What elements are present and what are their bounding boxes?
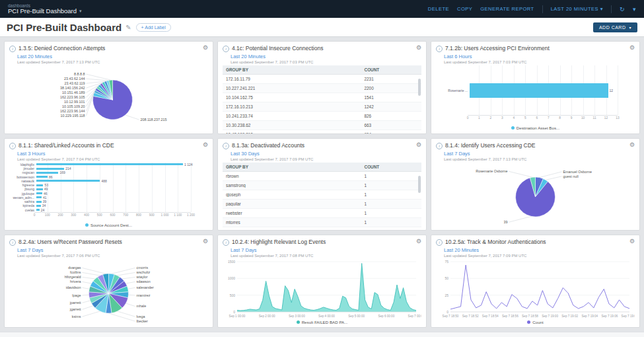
svg-text:hrivera: hrivera [70,280,81,284]
info-icon[interactable]: i [9,143,16,149]
bar[interactable] [36,176,48,178]
time-range-link[interactable]: Last 6 Hours [444,54,635,59]
svg-text:Sep 7 19:02: Sep 7 19:02 [561,315,578,318]
gear-icon[interactable]: ⚙ [629,239,635,244]
svg-text:jparrett: jparrett [69,301,81,305]
info-icon[interactable]: i [9,239,16,246]
chevron-down-icon[interactable]: ▾ [79,9,82,14]
info-icon[interactable]: i [9,46,16,52]
card-title: 7.1.2b: Users Accessing PCI Environment [445,45,550,52]
bar[interactable] [36,192,42,194]
time-range-link[interactable]: Last 30 Days [231,151,421,157]
gear-icon[interactable]: ⚙ [203,239,208,244]
divider [542,5,543,13]
chart-legend[interactable]: Result FAILED BAD PA... [223,318,421,325]
last-updated-text: Last updated September 7, 2017 7:09 PM U… [231,157,421,161]
bar[interactable] [36,163,183,165]
delete-button[interactable]: DELETE [428,6,449,12]
info-icon[interactable]: i [223,46,229,52]
pie-chart[interactable]: dvargasfcollinshfitzgeraldhriveraidavids… [9,259,208,325]
pie-chart[interactable]: 8.8.8.823.43.62.14423.43.62.11938.140.15… [9,65,208,131]
svg-text:Sep 7 19:04: Sep 7 19:04 [581,315,598,318]
last-updated-text: Last updated September 7, 2017 7:13 PM U… [17,60,208,64]
bar-chart[interactable]: Rosemarie ...12012345678910111213Destina… [436,65,635,131]
svg-text:hfitzgerald: hfitzgerald [65,276,81,280]
edit-title-icon[interactable]: ✎ [125,24,131,31]
gear-icon[interactable]: ⚙ [203,142,208,148]
area-chart[interactable]: 050010001500Sep 1 00:00Sep 2 00:00Sep 3 … [223,259,421,325]
last-updated-text: Last updated September 7, 2017 7:03 PM U… [231,60,421,64]
chart-legend[interactable]: Count [436,318,635,325]
svg-text:guest null: guest null [563,174,579,178]
gear-icon[interactable]: ⚙ [203,45,208,51]
scrollbar[interactable] [418,79,421,96]
results-table[interactable]: GROUP BYCOUNT172.16.11.79223110.227.241.… [223,65,421,131]
svg-text:23.43.62.119: 23.43.62.119 [64,81,85,85]
bar[interactable] [36,188,43,190]
dashboard-title-row[interactable]: PCI Pre-Built Dashboard ▾ [8,8,82,15]
svg-text:Sep 7 19:00: Sep 7 19:00 [542,315,558,318]
bar[interactable] [36,201,42,203]
divider [611,5,612,13]
scrollbar[interactable] [418,176,421,193]
svg-text:idavidson: idavidson [66,285,81,289]
bar[interactable] [36,196,42,198]
info-icon[interactable]: i [436,143,443,149]
gear-icon[interactable]: ⚙ [629,45,635,51]
time-range-link[interactable]: Last 7 Days [17,247,208,253]
gear-icon[interactable]: ⚙ [416,239,421,244]
gear-icon[interactable]: ⚙ [416,45,421,51]
info-icon[interactable]: i [223,143,229,149]
time-range-selector[interactable]: LAST 20 MINUTES ▾ [551,6,603,12]
pie-chart[interactable]: Rosemarie Osborne39Emanuel Osborneguest … [436,163,635,229]
chevron-down-icon[interactable]: ▾ [633,6,636,13]
bar[interactable] [470,83,608,98]
time-range-link[interactable]: Last 20 Minutes [17,54,208,59]
table-row: mtorres1 [223,218,421,227]
chart-legend[interactable]: Source Account Dest... [9,221,208,228]
svg-text:10.105.109.20: 10.105.109.20 [62,104,85,108]
bar[interactable] [36,172,58,174]
card-title: 10.2.5a: Track & Monitor Authentications [445,239,546,245]
refresh-icon[interactable]: ↻ [620,6,625,13]
time-range-link[interactable]: Last 3 Hours [17,151,208,157]
bar-row[interactable]: cvelas24 [9,207,208,211]
bar-row[interactable]: Rosemarie ...12 [436,65,635,115]
copy-button[interactable]: COPY [457,6,472,12]
table-row: 10.42.109.218654 [223,130,421,134]
bar[interactable] [36,205,41,207]
gear-icon[interactable]: ⚙ [629,142,635,148]
horizontal-scrollbar[interactable] [0,332,644,337]
card-title: 4.1c: Potential Insecure Connections [232,45,323,52]
add-label-button[interactable]: + Add Label [136,23,171,32]
svg-text:jgarrett: jgarrett [69,307,81,311]
svg-text:lvega: lvega [137,315,145,318]
svg-text:mhale: mhale [137,305,147,309]
info-icon[interactable]: i [436,239,443,246]
bar[interactable] [36,168,64,170]
chart-legend[interactable]: Destination Asset Bos... [436,125,635,131]
time-range-link[interactable]: Last 20 Minutes [444,247,635,253]
gear-icon[interactable]: ⚙ [416,142,421,148]
generate-report-button[interactable]: GENERATE REPORT [480,6,534,12]
time-range-link[interactable]: Last 7 Days [444,151,635,157]
info-icon[interactable]: i [223,239,229,246]
table-row: rbrown1 [223,172,421,181]
bar[interactable] [36,180,100,182]
svg-text:162.223.96.144: 162.223.96.144 [60,109,85,113]
svg-text:dvargas: dvargas [68,266,81,270]
topbar-left: dashboards PCI Pre-Built Dashboard ▾ [8,3,82,15]
bar-chart[interactable]: ldaphigfix1 124jimuder214nxgscan169botsw… [9,163,208,229]
line-chart[interactable]: 0255075Sep 7 18:50Sep 7 18:52Sep 7 18:54… [436,259,635,325]
svg-text:Sep 1 00:00: Sep 1 00:00 [229,315,246,318]
bar[interactable] [36,184,43,186]
results-table[interactable]: GROUP BYCOUNTrbrown1samstrong1gjoseph1pa… [223,163,421,229]
info-icon[interactable]: i [436,46,443,52]
legend-label: Result FAILED BAD PA... [302,320,348,324]
time-range-link[interactable]: Last 20 Minutes [231,54,421,59]
time-range-link[interactable]: Last 7 Days [231,247,421,253]
last-updated-text: Last updated September 7, 2017 7:04 PM U… [17,157,208,161]
svg-text:Sep 7 18:58: Sep 7 18:58 [522,315,538,318]
add-card-button[interactable]: ADD CARD ▾ [593,22,637,32]
bar[interactable] [36,209,40,211]
